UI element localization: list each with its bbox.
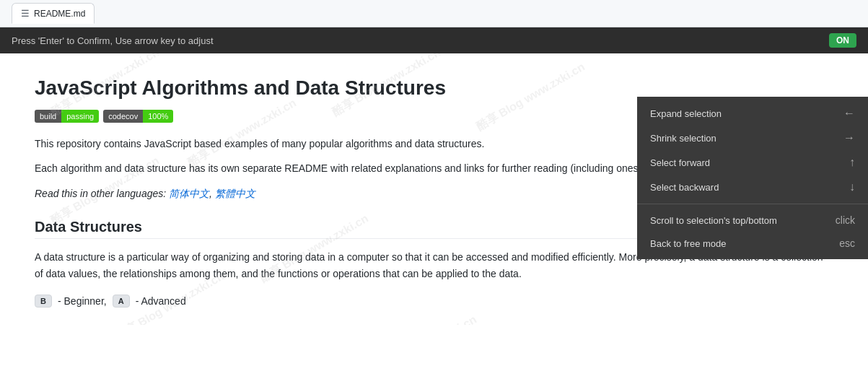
- legend-a-badge: A: [113, 295, 130, 308]
- select-forward-label: Select forward: [650, 157, 710, 168]
- menu-item-scroll[interactable]: Scroll to selection's top/bottom click: [637, 209, 868, 232]
- back-free-key: esc: [839, 238, 855, 249]
- select-forward-key: ↑: [849, 156, 855, 169]
- badge-codecov-left: codecov: [103, 110, 143, 123]
- lang-simplified-link[interactable]: 简体中文: [169, 188, 209, 199]
- selection-menu: Expand selection ← Shrink selection → Se…: [637, 97, 868, 259]
- file-tab: ☰ README.md: [0, 0, 868, 27]
- menu-item-shrink-selection[interactable]: Shrink selection →: [637, 126, 868, 150]
- confirm-message: Press 'Enter' to Confirm, Use arrow key …: [12, 35, 214, 46]
- scroll-key: click: [836, 214, 855, 226]
- shrink-selection-label: Shrink selection: [650, 133, 716, 144]
- filename-label: README.md: [34, 9, 85, 19]
- legend-row: B - Beginner, A - Advanced: [35, 295, 833, 308]
- shrink-selection-key: →: [843, 131, 855, 144]
- menu-item-expand-selection[interactable]: Expand selection ←: [637, 101, 868, 126]
- expand-selection-key: ←: [843, 107, 855, 120]
- scroll-label: Scroll to selection's top/bottom: [650, 215, 777, 226]
- confirm-bar: Press 'Enter' to Confirm, Use arrow key …: [0, 27, 868, 53]
- selection-menu-section2: Scroll to selection's top/bottom click B…: [637, 204, 868, 259]
- select-backward-key: ↓: [849, 180, 855, 193]
- legend-advanced-label: - Advanced: [136, 295, 186, 307]
- on-badge[interactable]: ON: [829, 33, 856, 48]
- back-free-label: Back to free mode: [650, 238, 727, 249]
- file-icon: ☰: [21, 8, 30, 19]
- select-backward-label: Select backward: [650, 182, 719, 193]
- menu-item-select-forward[interactable]: Select forward ↑: [637, 150, 868, 175]
- badge-build-left: build: [35, 110, 61, 123]
- watermark-8: 酷享 Blog www.zxki.cn: [365, 313, 480, 325]
- legend-b-badge: B: [35, 295, 52, 308]
- expand-selection-label: Expand selection: [650, 108, 722, 119]
- menu-item-back-free[interactable]: Back to free mode esc: [637, 232, 868, 255]
- selection-menu-section1: Expand selection ← Shrink selection → Se…: [637, 97, 868, 204]
- legend-beginner-label: - Beginner,: [58, 295, 107, 307]
- content-area: JavaScript Algorithms and Data Structure…: [0, 53, 868, 325]
- page-wrapper: ☰ README.md Press 'Enter' to Confirm, Us…: [0, 0, 868, 379]
- menu-item-select-backward[interactable]: Select backward ↓: [637, 175, 868, 199]
- read-in-label: Read this in other languages:: [35, 188, 166, 199]
- file-tab-item[interactable]: ☰ README.md: [12, 3, 95, 24]
- lang-traditional-link[interactable]: 繁體中文: [215, 188, 255, 199]
- badge-build-right: passing: [61, 110, 99, 123]
- badge-codecov-right: 100%: [143, 110, 173, 123]
- watermark-2: 酷享 Blog www.zxki.cn: [185, 96, 299, 171]
